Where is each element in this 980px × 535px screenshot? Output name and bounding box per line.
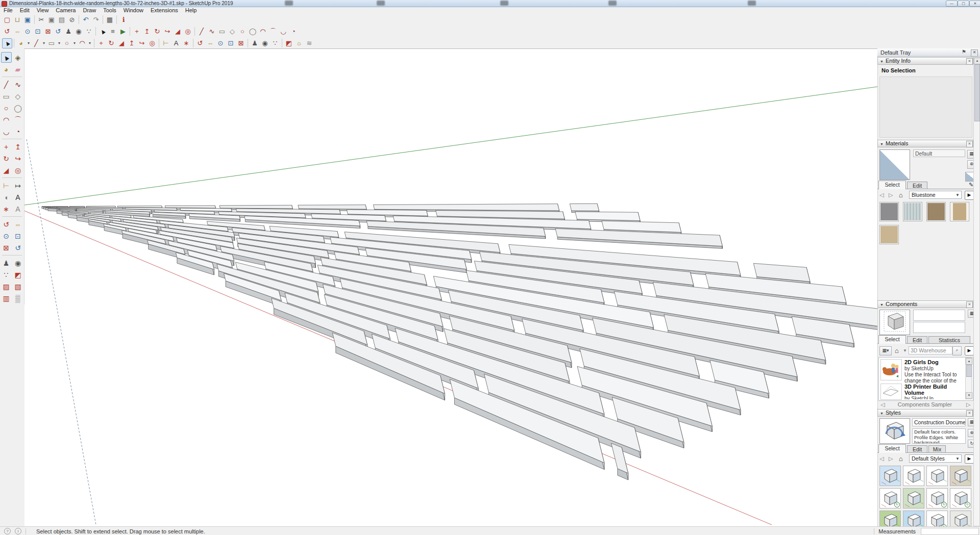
erase-tool-icon[interactable]: ⊘ [67, 15, 77, 25]
select-tool-icon[interactable]: ▲ [2, 38, 12, 48]
components-list-scrollbar[interactable]: ▲▼ [965, 358, 972, 399]
orbit-tool-icon[interactable]: ↺ [195, 38, 205, 48]
model-info-tool-icon[interactable]: ℹ [118, 15, 129, 25]
scroll-thumb[interactable] [966, 365, 972, 377]
push-pull-tool-icon[interactable]: ↥ [142, 27, 152, 37]
model-scene[interactable] [24, 49, 877, 527]
walk-tool-icon[interactable]: ∵ [270, 38, 280, 48]
eraser-tool-icon[interactable]: ▰ [13, 64, 23, 74]
text-tool-icon[interactable]: A [13, 192, 23, 202]
help-icon[interactable]: ? [4, 528, 11, 534]
collapse-triangle-icon[interactable]: ▼ [880, 303, 884, 307]
rotated-rectangle-tool-icon[interactable]: ◇ [13, 91, 23, 101]
position-camera-tool-icon[interactable]: ♟ [250, 38, 260, 48]
menu-help[interactable]: Help [182, 7, 201, 14]
home-icon[interactable]: ⌂ [899, 455, 903, 463]
material-swatch[interactable] [950, 202, 969, 221]
components-details-button[interactable]: ▶ [965, 346, 974, 355]
tray-close-icon[interactable]: ✕ [971, 49, 978, 57]
line-tool-icon[interactable]: ╱ [197, 27, 207, 37]
rotated-rectangle-tool-icon[interactable]: ◇ [227, 27, 237, 37]
material-name-field[interactable]: Default [913, 149, 965, 157]
section-plane-tool-icon[interactable]: ◩ [284, 38, 294, 48]
redo-tool-icon[interactable]: ↷ [91, 15, 101, 25]
look-around-tool-icon[interactable]: ◉ [260, 38, 270, 48]
material-preview[interactable] [879, 149, 910, 180]
info-icon[interactable]: i [15, 528, 21, 534]
styles-details-button[interactable]: ▶ [965, 454, 974, 464]
plank-floor[interactable] [42, 203, 877, 480]
offset-tool-icon[interactable]: ◎ [13, 165, 23, 175]
material-swatch[interactable] [879, 202, 899, 221]
materials-collection-combo[interactable]: Bluestone▼ [909, 191, 962, 199]
3d-text-tool-icon[interactable]: A [13, 203, 23, 214]
combo-caret-icon[interactable]: ▼ [955, 455, 960, 463]
menu-file[interactable]: File [0, 7, 16, 14]
tape-measure-tool-icon[interactable]: ⊢ [161, 38, 171, 48]
dimension-tool-icon[interactable]: ↦ [13, 180, 23, 191]
3-point-arc-tool-icon[interactable]: ◡ [278, 27, 288, 37]
scroll-up-icon[interactable]: ▲ [966, 358, 972, 365]
line-tool-icon[interactable]: ╱ [31, 38, 41, 48]
menu-window[interactable]: Window [120, 7, 147, 14]
tray-scrollbar[interactable]: ▲ [973, 57, 980, 526]
search-icon[interactable]: ⌕ [952, 346, 962, 355]
minimize-button[interactable]: — [946, 1, 958, 7]
copy-tool-icon[interactable]: ▣ [46, 15, 57, 25]
warehouse-search-input[interactable]: 3D Warehouse [909, 346, 952, 354]
circle-tool-icon[interactable]: ○ [62, 38, 72, 48]
zoom-tool-icon[interactable]: ⊙ [215, 38, 226, 48]
protractor-tool-icon[interactable]: ◖ [1, 192, 12, 202]
follow-me-tool-icon[interactable]: ↪ [13, 153, 23, 164]
look-around-tool-icon[interactable]: ◉ [13, 258, 23, 268]
zoom-extents-tool-icon[interactable]: ⊠ [1, 242, 12, 253]
component-description-field[interactable] [913, 322, 965, 333]
cut-tool-icon[interactable]: ✂ [36, 15, 46, 25]
component-name-field[interactable] [913, 310, 965, 321]
tab-edit[interactable]: Edit [907, 445, 927, 453]
move-tool-icon[interactable]: + [1, 141, 12, 152]
tab-select[interactable]: Select [878, 181, 906, 189]
tab-select[interactable]: Select [878, 335, 906, 344]
materials-close-icon[interactable]: ✕ [966, 141, 973, 147]
model-viewport[interactable] [24, 48, 877, 527]
dropdown-caret-icon[interactable]: ▾ [57, 38, 62, 48]
entity-info-close-icon[interactable]: ✕ [966, 58, 973, 65]
maximize-button[interactable]: ▢ [958, 1, 969, 7]
forward-arrow-icon[interactable]: ▷ [889, 455, 893, 462]
style-thumbnail[interactable]: ↻ [879, 488, 901, 508]
menu-draw[interactable]: Draw [79, 7, 100, 14]
rotate-tool-icon[interactable]: ↻ [1, 153, 12, 164]
select-tool-icon[interactable]: ▲ [1, 52, 12, 63]
tab-select[interactable]: Select [878, 444, 906, 453]
materials-header[interactable]: ▼Materials [877, 140, 973, 147]
menu-extensions[interactable]: Extensions [147, 7, 182, 14]
style-preview[interactable] [879, 418, 910, 444]
style-thumbnail[interactable] [926, 466, 948, 486]
section-display-tool-icon[interactable]: ▨ [1, 281, 12, 292]
offset-tool-icon[interactable]: ◎ [183, 27, 193, 37]
circle-tool-icon[interactable]: ○ [237, 27, 248, 37]
text-tool-icon[interactable]: A [171, 38, 181, 48]
arc-tool-icon[interactable]: ◠ [258, 27, 268, 37]
styles-header[interactable]: ▼Styles [877, 409, 973, 417]
zoom-tool-icon[interactable]: ⊙ [22, 27, 33, 37]
export-tool-icon[interactable]: ▶ [118, 27, 128, 37]
dropdown-caret-icon[interactable]: ▾ [72, 38, 77, 48]
section-plane-tool-icon[interactable]: ◩ [13, 269, 23, 280]
arc-tool-icon[interactable]: ◠ [77, 38, 87, 48]
scroll-up-icon[interactable]: ▲ [974, 58, 980, 64]
shadows-tool-icon[interactable]: ☼ [294, 38, 304, 48]
zoom-window-tool-icon[interactable]: ⊡ [13, 231, 23, 241]
material-swatch[interactable] [903, 202, 922, 221]
scale-tool-icon[interactable]: ◢ [1, 165, 12, 175]
walk-tool-icon[interactable]: ∵ [1, 269, 12, 280]
rectangle-tool-icon[interactable]: ▭ [1, 91, 12, 101]
pie-tool-icon[interactable]: ◔ [13, 126, 23, 137]
component-thumbnail[interactable] [880, 384, 902, 400]
scroll-down-icon[interactable]: ▼ [966, 392, 972, 399]
style-thumbnail[interactable]: ↻ [926, 488, 948, 508]
home-icon[interactable]: ⌂ [895, 347, 899, 354]
pan-tool-icon[interactable]: ⇔ [13, 219, 23, 230]
menu-tools[interactable]: Tools [100, 7, 120, 14]
